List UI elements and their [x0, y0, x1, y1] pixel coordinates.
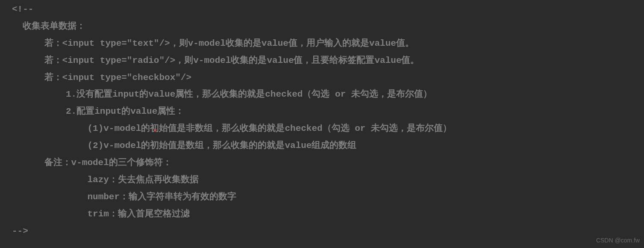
- code-line: trim：输入首尾空格过滤: [12, 206, 644, 223]
- watermark-text: CSDN @com.fw: [596, 235, 640, 246]
- code-line: (1)v-model的初始值是非数组，那么收集的就是checked（勾选 or …: [12, 120, 644, 137]
- code-line: 收集表单数据：: [12, 18, 644, 35]
- code-line: 1.没有配置input的value属性，那么收集的就是checked（勾选 or…: [12, 86, 644, 103]
- code-line: (2)v-model的初始值是数组，那么收集的的就是value组成的数组: [12, 137, 644, 154]
- code-line: lazy：失去焦点再收集数据: [12, 171, 644, 189]
- code-line: 若：<input type="radio"/>，则v-model收集的是valu…: [12, 52, 644, 69]
- code-line: 2.配置input的value属性：: [12, 103, 644, 120]
- code-line: 若：<input type="checkbox"/>: [12, 69, 644, 86]
- code-line: 备注：v-model的三个修饰符：: [12, 154, 644, 171]
- code-line: <!--: [12, 1, 644, 18]
- code-editor-content[interactable]: <!-- 收集表单数据： 若：<input type="text"/>，则v-m…: [12, 1, 644, 239]
- code-line: 若：<input type="text"/>，则v-model收集的是value…: [12, 35, 644, 52]
- code-line: -->: [12, 223, 644, 240]
- code-line: number：输入字符串转为有效的数字: [12, 189, 644, 206]
- cursor-indicator-icon: ▼: [154, 126, 157, 136]
